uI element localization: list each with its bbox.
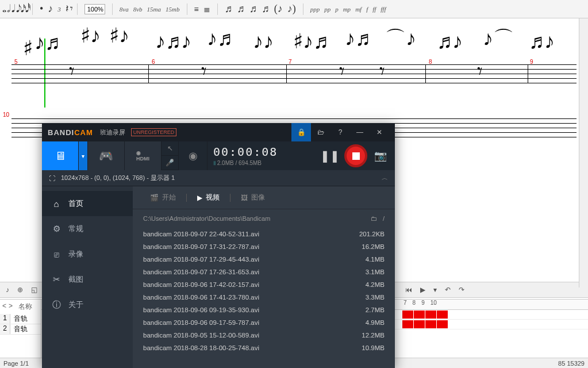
align-left-icon[interactable]: ≡	[194, 5, 199, 14]
dyn-pp[interactable]: pp	[324, 6, 330, 13]
nav-next[interactable]: >	[9, 302, 13, 312]
file-row[interactable]: bandicam 2018-09-07 17-31-22-787.avi16.2…	[133, 240, 395, 253]
dot[interactable]: •	[40, 3, 43, 15]
sidebar-item-label: 截图	[68, 274, 83, 285]
folder-icon[interactable]: 🗁	[311, 123, 330, 141]
beam-1[interactable]: ♬	[225, 3, 233, 15]
track-label[interactable]: 音轨	[10, 314, 28, 324]
mic-icon[interactable]: 🎤	[162, 156, 179, 170]
track-num[interactable]: 2	[0, 324, 10, 334]
file-size: 12.2MB	[362, 332, 385, 339]
track-block[interactable]	[402, 320, 413, 328]
lock-icon[interactable]: 🔒	[291, 123, 311, 141]
file-row[interactable]: bandicam 2018-09-06 17-41-23-780.avi3.3M…	[133, 291, 395, 304]
mode-screen-dropdown[interactable]: ▾	[79, 141, 88, 170]
file-row[interactable]: bandicam 2018-09-07 17-29-45-443.avi4.1M…	[133, 253, 395, 266]
record-stop-button[interactable]	[344, 144, 367, 167]
capture-info[interactable]: ⛶ 1024x768 - (0, 0), (1024, 768) - 显示器 1…	[42, 170, 395, 186]
track-label[interactable]: 音轨	[10, 324, 28, 334]
sidebar-item-image[interactable]: ✂ 截图	[42, 267, 133, 292]
file-row[interactable]: bandicam 2018-08-28 18-00-25-748.avi10.9…	[133, 342, 395, 354]
dyn-ppp[interactable]: ppp	[310, 6, 320, 13]
mode-screen[interactable]: 🖥	[42, 141, 79, 170]
track-num[interactable]: 1	[0, 314, 10, 324]
track-block[interactable]	[437, 320, 448, 328]
logo: BANDICAM	[48, 128, 93, 137]
dyn-mp[interactable]: mp	[343, 6, 351, 13]
app-subtitle: 班迪录屏	[100, 128, 125, 137]
file-row[interactable]: bandicam 2018-09-07 17-26-31-653.avi3.1M…	[133, 266, 395, 278]
dyn-f[interactable]: f	[366, 6, 368, 13]
octave-15ma[interactable]: 15ma	[147, 6, 161, 13]
dyn-ff[interactable]: ff	[372, 6, 376, 13]
tool-btn[interactable]: ♪	[3, 285, 11, 295]
beam-3[interactable]: ♬	[249, 3, 258, 15]
beam-2[interactable]: ♬	[237, 3, 245, 15]
cursor-icon[interactable]: ↖	[162, 141, 179, 156]
grace-note[interactable]: ♪	[48, 3, 53, 15]
file-name: bandicam 2018-09-07 17-31-22-787.avi	[143, 243, 259, 250]
file-row[interactable]: bandicam 2018-09-05 15-12-00-589.avi12.2…	[133, 329, 395, 342]
tab-image[interactable]: 🖼 图像	[230, 186, 275, 209]
octave-8va[interactable]: 8va	[120, 6, 129, 13]
dyn-fff[interactable]: fff	[381, 6, 386, 13]
chevron-up-icon[interactable]: ︿	[382, 174, 388, 182]
minimize-button[interactable]: —	[350, 123, 370, 141]
track-block[interactable]	[402, 310, 413, 319]
tuplet-3[interactable]: 3	[57, 6, 61, 13]
tab-start[interactable]: 🎬 开始	[140, 186, 186, 209]
path-bar: C:\Users\Administrator\Documents\Bandica…	[133, 209, 395, 228]
align-center-icon[interactable]: ≣	[203, 5, 210, 14]
play-icon[interactable]: ▶	[418, 285, 428, 295]
screenshot-button[interactable]: 📷	[374, 150, 387, 162]
open-folder-icon[interactable]: 🗀	[371, 215, 377, 222]
tab-video[interactable]: ▶ 视频	[187, 186, 230, 209]
file-row[interactable]: bandicam 2018-09-07 22-40-52-311.avi201.…	[133, 228, 395, 240]
mode-game[interactable]: 🎮	[88, 141, 125, 170]
file-row[interactable]: bandicam 2018-09-06 09-19-35-930.avi2.7M…	[133, 304, 395, 316]
mode-device[interactable]: ◉HDMI	[125, 141, 162, 170]
scrollbar-vertical[interactable]	[579, 18, 588, 288]
slur-start[interactable]: (♪	[274, 3, 283, 15]
webcam-icon[interactable]: ◉	[179, 141, 207, 170]
nav-prev[interactable]: <	[2, 302, 6, 312]
dyn-p[interactable]: p	[335, 6, 339, 13]
sidebar-item-general[interactable]: ⚙ 常规	[42, 216, 133, 241]
file-row[interactable]: bandicam 2018-09-06 17-42-02-157.avi4.2M…	[133, 278, 395, 291]
dyn-mf[interactable]: mf	[355, 6, 362, 13]
file-size: 16.2MB	[362, 243, 385, 250]
pause-button[interactable]: ❚❚	[320, 149, 340, 163]
beam-auto[interactable]: ♬	[262, 3, 270, 15]
file-size: 2.7MB	[366, 306, 385, 313]
titlebar[interactable]: BANDICAM 班迪录屏 UNREGISTERED 🔒 🗁 ? — ✕	[42, 123, 395, 141]
track-list: < > 名称 1 音轨 2 音轨	[0, 300, 41, 358]
sidebar: ⌂ 首页 ⚙ 常规 ⎚ 录像 ✂ 截图 ⓘ 关于	[42, 186, 133, 368]
close-button[interactable]: ✕	[370, 123, 389, 141]
sidebar-item-home[interactable]: ⌂ 首页	[42, 191, 133, 216]
measure-header: 7	[403, 300, 407, 309]
tool-btn[interactable]: ⊕	[15, 285, 25, 295]
file-row[interactable]: bandicam 2018-09-06 09-17-59-787.avi4.9M…	[133, 316, 395, 329]
sidebar-item-about[interactable]: ⓘ 关于	[42, 292, 133, 317]
slur-end[interactable]: ♪)	[287, 3, 296, 15]
undo-icon[interactable]: ↶	[443, 285, 453, 295]
dropdown-icon[interactable]: ▾	[431, 285, 439, 295]
octave-15mb[interactable]: 15mb	[166, 6, 179, 13]
staff	[11, 64, 577, 87]
track-block[interactable]	[425, 320, 436, 328]
zoom-input[interactable]	[84, 4, 105, 14]
file-size: 4.9MB	[366, 319, 385, 326]
staff-area-1[interactable]: 5 6 7 8 9 ♯ ♪♬ ♯♪ ♯♪ ♪♬♪ ♪♬ ♪♪ ♯♪♬ ♪♬ ⌒♪…	[0, 18, 588, 116]
track-block[interactable]	[414, 320, 425, 328]
size-display: 2.0MB / 694.5MB	[213, 160, 306, 167]
help-icon[interactable]: ?	[330, 123, 350, 141]
track-block[interactable]	[437, 310, 448, 319]
octave-8vb[interactable]: 8vb	[133, 6, 143, 13]
play-prev-icon[interactable]: ⏮	[403, 285, 414, 295]
track-block[interactable]	[425, 310, 436, 319]
file-name: bandicam 2018-09-06 17-41-23-780.avi	[143, 294, 259, 301]
tool-btn[interactable]: ◱	[29, 285, 40, 295]
sidebar-item-video[interactable]: ⎚ 录像	[42, 241, 133, 267]
redo-icon[interactable]: ↷	[456, 285, 467, 295]
track-block[interactable]	[414, 310, 425, 319]
